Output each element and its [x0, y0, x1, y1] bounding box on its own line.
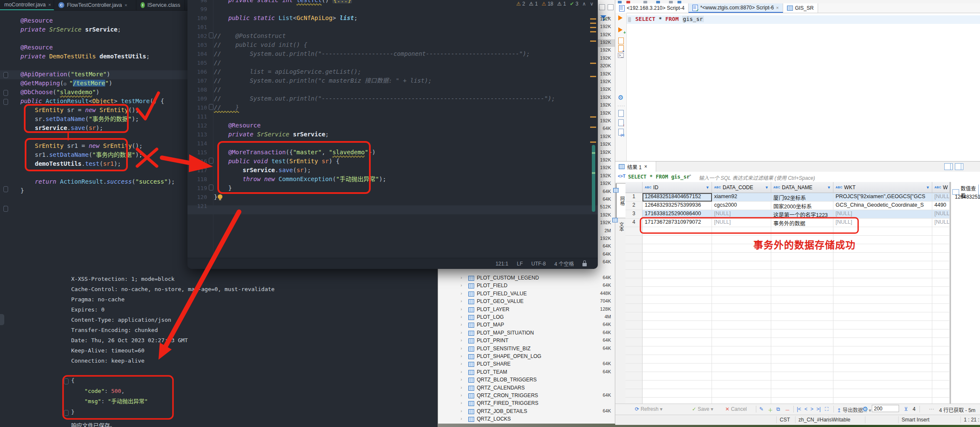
prev-page-icon[interactable]: <	[804, 406, 807, 412]
table-tree-item[interactable]: ›PLOT_PRINT64K	[438, 337, 615, 345]
navigate-issue-icon[interactable]: ∨	[590, 1, 594, 7]
fold-icon[interactable]	[3, 90, 8, 96]
grid-cell[interactable]: [NULL]	[932, 210, 950, 219]
fold-icon[interactable]	[64, 410, 69, 416]
table-row[interactable]: 31716338125290086400[NULL]这是第一个的名字1223[N…	[625, 210, 950, 219]
navigate-issue-icon[interactable]: ∧	[582, 1, 586, 7]
editor-tab[interactable]: CFlowTestController.java×	[54, 0, 136, 10]
close-icon[interactable]: ×	[124, 3, 127, 8]
inspection-indicator[interactable]: ⚠ 18	[542, 1, 553, 7]
chevron-icon[interactable]: ›	[461, 299, 462, 303]
grid-cell[interactable]: 1264832518404657152	[643, 193, 712, 202]
grid-cell[interactable]: 事务外的数据	[771, 219, 833, 227]
terminal-icon[interactable]: >_	[618, 53, 624, 58]
table-tree-item[interactable]: ›QRTZ_FIRED_TRIGGERS	[438, 400, 615, 407]
chevron-icon[interactable]: ›	[461, 385, 462, 390]
gear-icon[interactable]: ⚙	[618, 94, 623, 101]
close-icon[interactable]: ×	[48, 2, 51, 7]
grid-cell[interactable]: 1716338125290086400	[643, 210, 712, 219]
fold-icon[interactable]	[209, 158, 213, 164]
inspection-indicator[interactable]: ⚠ 1	[557, 1, 566, 7]
lock-icon[interactable]	[582, 263, 587, 266]
add-row-icon[interactable]: ＋	[768, 406, 773, 413]
table-tree-item[interactable]: ›QRTZ_JOB_DETAILS64K	[438, 408, 615, 415]
script-tab[interactable]: <192.168.3.210> Script-4	[615, 3, 689, 13]
encoding[interactable]: UTF-8	[531, 261, 546, 267]
sort-dropdown-icon[interactable]: ▼	[765, 185, 769, 190]
chevron-icon[interactable]: ›	[461, 322, 462, 327]
panel-toggle-icon[interactable]	[955, 163, 963, 170]
result-view-tab[interactable]: 文本	[616, 214, 625, 240]
grid-cell[interactable]: [NULL]	[833, 210, 932, 219]
next-page-icon[interactable]: >	[810, 406, 813, 412]
intention-bulb-icon[interactable]	[218, 194, 222, 199]
fetch-segment-icon[interactable]: ⊻	[904, 406, 908, 412]
fold-icon[interactable]	[64, 378, 69, 384]
indent-setting[interactable]: 4 个空格	[554, 260, 574, 267]
chevron-icon[interactable]: ›	[461, 275, 462, 280]
refresh-button[interactable]: ⟳ Refresh ▾	[635, 406, 663, 412]
result-grid[interactable]: ABCID▼ABCDATA_CODE▼ABCDATA_NAME▼ABCWKT▼A…	[625, 182, 950, 404]
code-editor[interactable]: 98 private static int testTcl() {...}991…	[187, 0, 598, 211]
value-viewer-value[interactable]: 1264832518404657152	[955, 194, 980, 200]
chevron-icon[interactable]: ›	[461, 409, 462, 413]
edit-cell-icon[interactable]: ✎	[759, 406, 764, 412]
sql-statement[interactable]: SELECT * FROM gis_sr	[635, 16, 704, 22]
duplicate-row-icon[interactable]: ⧉	[776, 406, 780, 412]
table-tree-item[interactable]: ›PLOT_CUSTOM_LEGEND64K	[438, 274, 615, 282]
error-file-icon[interactable]: !	[618, 119, 624, 126]
table-row[interactable]: 21264832932575399936cgcs2000国家2000坐标系GCS…	[625, 202, 950, 210]
export-file-icon[interactable]: →	[618, 110, 624, 117]
grid-cell[interactable]: PROJCS["92xiamen",GEOGCS["GCS	[833, 193, 932, 202]
variables-file-icon[interactable]: (x)	[618, 129, 624, 136]
grid-cell[interactable]: xiamen92	[712, 193, 771, 202]
results-tab[interactable]: 结果 1 ×	[615, 162, 656, 172]
cancel-button[interactable]: ✕ Cancel	[725, 406, 747, 412]
fold-icon[interactable]	[209, 32, 213, 38]
console-gutter-handle[interactable]	[0, 314, 4, 325]
fold-icon[interactable]	[3, 99, 8, 105]
column-header[interactable]: ABCW	[932, 182, 950, 193]
chevron-icon[interactable]: ›	[461, 330, 462, 335]
chevron-icon[interactable]: ›	[461, 361, 462, 366]
table-tree-item[interactable]: ›QRTZ_BLOB_TRIGGERS	[438, 376, 615, 384]
table-tree-item[interactable]: ›PLOT_TEAM64K	[438, 369, 615, 376]
execute-statement-button[interactable]	[618, 15, 623, 20]
row-number[interactable]: 2	[625, 202, 643, 210]
result-filter-bar[interactable]: <>T SELECT * FROM gis_sr ⤢ 输入一个 SQL 表达式来…	[615, 172, 980, 182]
chevron-icon[interactable]: ›	[461, 393, 462, 398]
grid-cell[interactable]: 这是第一个的名字1223	[771, 210, 833, 219]
script-tab[interactable]: GIS_SR	[783, 3, 818, 13]
chevron-icon[interactable]: ›	[461, 346, 462, 351]
table-tree-item[interactable]: ›QRTZ_CALENDARS	[438, 384, 615, 392]
fold-icon[interactable]	[209, 104, 213, 110]
chevron-icon[interactable]: ›	[461, 377, 462, 382]
table-tree-item[interactable]: ›PLOT_MAP_SITUATION64K	[438, 329, 615, 337]
row-number[interactable]: 1	[625, 193, 643, 202]
execute-script-icon[interactable]	[618, 38, 624, 44]
table-tree-item[interactable]: ›PLOT_GEO_VALUE704K	[438, 298, 615, 306]
grid-cell[interactable]: GCS_China_Geodetic_Coordinate_S	[833, 202, 932, 210]
grid-cell[interactable]: 4490	[932, 202, 950, 210]
more-icon[interactable]: ····	[617, 103, 625, 108]
table-tree-item[interactable]: ›PLOT_MAP64K	[438, 321, 615, 329]
grid-cell[interactable]: 国家2000坐标系	[771, 202, 833, 210]
row-number[interactable]: 4	[625, 219, 643, 227]
table-tree-item[interactable]: ›QRTZ_LOCKS	[438, 415, 615, 423]
chevron-icon[interactable]: ›	[461, 307, 462, 312]
grid-cell[interactable]: [NULL]	[932, 193, 950, 202]
last-page-icon[interactable]: >|	[816, 406, 821, 412]
grid-cell[interactable]: [NULL]	[712, 219, 771, 227]
fold-icon[interactable]	[3, 72, 8, 78]
pane-toggle-icon[interactable]	[608, 4, 614, 10]
column-header[interactable]: ABCID▼	[643, 182, 712, 193]
close-icon[interactable]: ×	[644, 164, 647, 170]
grid-cell[interactable]: [NULL]	[712, 210, 771, 219]
grid-cell[interactable]: 厦门92坐标系	[771, 193, 833, 202]
chevron-icon[interactable]: ›	[461, 354, 462, 358]
editor-tab[interactable]: moController.java×	[0, 0, 54, 10]
table-tree-item[interactable]: ›QRTZ_CRON_TRIGGERS64K	[438, 392, 615, 400]
delete-row-icon[interactable]: －	[785, 406, 790, 413]
chevron-icon[interactable]: ›	[461, 291, 462, 296]
panel-toggle-icon[interactable]	[944, 163, 953, 170]
